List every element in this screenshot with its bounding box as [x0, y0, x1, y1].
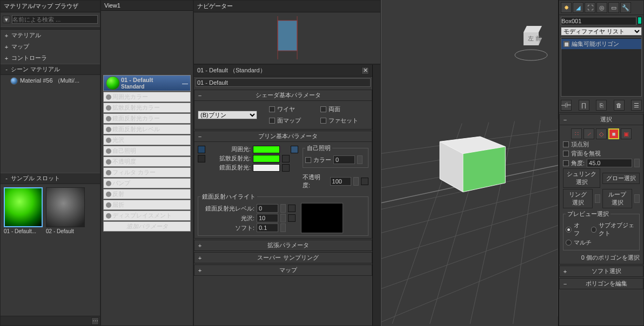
expand-icon[interactable]: ◼ — [564, 41, 569, 47]
preview-multi-radio[interactable]: マルチ — [566, 239, 637, 247]
view1-prop-row[interactable]: 鏡面反射光レベル — [103, 124, 191, 134]
expand-icon[interactable]: + — [4, 44, 9, 50]
material-56[interactable]: Material #56 （Multi/... — [1, 75, 100, 86]
viewcube[interactable]: 左前 — [509, 22, 553, 65]
make-unique-icon[interactable]: ⎘ — [596, 100, 607, 111]
faceted-check[interactable]: ファセット — [320, 117, 368, 125]
expand-icon[interactable]: + — [4, 32, 9, 39]
view1-prop-row[interactable]: 自己照明 — [103, 146, 191, 156]
ambient-map[interactable] — [291, 146, 298, 153]
sample-slot-1[interactable] — [4, 187, 43, 227]
view1-prop-row[interactable]: 拡散反射光カラー — [103, 103, 191, 113]
modifier-list[interactable]: モディファイヤ リスト — [561, 27, 642, 36]
hierarchy-tab-icon[interactable]: ⛶ — [585, 2, 595, 13]
browser-search[interactable] — [12, 15, 98, 24]
self-illum-color-check[interactable]: カラー 0 — [305, 155, 366, 164]
tree-maps[interactable]: +マップ — [1, 41, 100, 52]
view1-material-node[interactable]: 01 - DefaultStandard — — [103, 75, 191, 91]
ignore-backfacing-check[interactable]: 背面を無視 — [563, 150, 640, 158]
view1-prop-row[interactable]: 反射 — [103, 189, 191, 199]
soft-value[interactable]: 0.1 — [257, 223, 278, 232]
ring-button[interactable]: リング選択 — [563, 189, 593, 208]
ambient-color[interactable] — [253, 146, 280, 153]
specular-color[interactable] — [253, 164, 280, 172]
view1-prop-row[interactable]: 屈折 — [103, 200, 191, 210]
display-tab-icon[interactable]: ▭ — [608, 2, 619, 13]
spinner[interactable] — [357, 155, 363, 164]
angle-value[interactable]: 45.0 — [587, 159, 632, 167]
self-illum-value[interactable]: 0 — [333, 155, 355, 164]
view1-prop-row[interactable]: 不透明度 — [103, 157, 191, 167]
view1-prop-row[interactable]: 鏡面反射光カラー — [103, 113, 191, 124]
subobj-vertex-icon[interactable]: ∷ — [571, 128, 582, 139]
diffuse-lock-icon[interactable] — [198, 155, 205, 162]
subobj-border-icon[interactable]: ◇ — [596, 128, 607, 139]
object-name-input[interactable] — [561, 17, 636, 25]
tree-controllers[interactable]: +コントローラ — [1, 52, 100, 64]
opacity-value[interactable]: 100 — [330, 177, 352, 186]
subobj-edge-icon[interactable]: ⟋ — [583, 128, 594, 139]
create-tab-icon[interactable]: ✸ — [561, 2, 572, 13]
configure-icon[interactable]: ☰ — [631, 100, 642, 111]
view1-prop-row[interactable]: 周囲光カラー — [103, 92, 191, 102]
expand-icon[interactable]: + — [4, 55, 9, 62]
minus-icon[interactable]: — — [182, 80, 188, 86]
subobj-element-icon[interactable]: ▣ — [621, 128, 632, 139]
by-angle-check[interactable]: 角度: 45.0 — [563, 159, 640, 167]
diffuse-map[interactable] — [282, 155, 290, 162]
gloss-map[interactable] — [288, 214, 296, 222]
viewport-cube-object[interactable] — [427, 121, 513, 197]
show-end-icon[interactable]: ∏ — [579, 100, 589, 111]
utilities-tab-icon[interactable]: 🔧 — [620, 2, 631, 13]
stack-item-edit-poly[interactable]: ◼ 編集可能ポリゴン — [561, 39, 641, 49]
svg-line-8 — [381, 249, 558, 322]
rollout-maps[interactable]: +マップ — [194, 264, 372, 276]
wire-check[interactable]: ワイヤ — [269, 105, 317, 113]
navigator-thumbnail[interactable] — [271, 16, 304, 59]
motion-tab-icon[interactable]: ◎ — [596, 2, 607, 13]
sample-slot-2[interactable] — [46, 187, 85, 227]
rollout-edit-polygons[interactable]: −ポリゴンを編集 — [559, 278, 643, 289]
pin-stack-icon[interactable]: ⊣⊢ — [561, 100, 572, 111]
rollout-blinn-basic[interactable]: −ブリン基本パラメータ — [194, 131, 372, 142]
object-color[interactable] — [638, 17, 642, 24]
spec-level-map[interactable] — [288, 205, 296, 212]
tree-materials[interactable]: +マテリアル — [1, 30, 100, 41]
scrollbar[interactable] — [372, 65, 380, 325]
close-icon[interactable]: ✕ — [361, 67, 369, 74]
view1-extra-params[interactable]: 追加パラメータ — [103, 221, 191, 232]
browser-options-icon[interactable]: ⋯ — [91, 317, 99, 325]
diffuse-color[interactable] — [253, 155, 280, 162]
spinner[interactable] — [353, 177, 359, 186]
material-name-input[interactable] — [196, 78, 371, 87]
rollout-supersampling[interactable]: +スーパー サンプリング — [194, 252, 372, 263]
sample-slots-head[interactable]: - サンプル スロット — [1, 173, 100, 184]
grow-button[interactable]: グロー選択 — [602, 173, 640, 184]
remove-mod-icon[interactable]: 🗑 — [614, 100, 625, 111]
rollout-shader-basic[interactable]: −シェーダ基本パラメータ — [194, 90, 372, 101]
opacity-map[interactable] — [361, 178, 368, 185]
rollout-extended[interactable]: +拡張パラメータ — [194, 240, 372, 251]
preview-off-radio[interactable]: オフサブオブジェクト — [566, 221, 637, 237]
gloss-value[interactable]: 10 — [257, 214, 278, 222]
face-map-check[interactable]: 面マップ — [269, 117, 317, 125]
modify-tab-icon[interactable]: ◢ — [573, 2, 583, 13]
rollout-selection[interactable]: −選択 — [559, 114, 643, 125]
rollout-soft-selection[interactable]: +ソフト選択 — [559, 266, 643, 277]
by-vertex-check[interactable]: 頂点別 — [563, 140, 640, 148]
chevron-down-icon[interactable]: ▾ — [3, 16, 10, 23]
specular-map[interactable] — [282, 164, 290, 172]
scene-materials-head[interactable]: - シーン マテリアル — [1, 64, 100, 75]
navigator-title: ナビゲーター — [194, 1, 380, 12]
two-sided-check[interactable]: 両面 — [320, 105, 368, 113]
view1-prop-row[interactable]: フィルタ カラー — [103, 167, 191, 178]
subobj-polygon-icon[interactable]: ■ — [608, 128, 619, 139]
ambient-lock-icon[interactable] — [198, 146, 205, 153]
view1-prop-row[interactable]: 光沢 — [103, 135, 191, 145]
view1-prop-row[interactable]: ディスプレイスメント — [103, 210, 191, 221]
shrink-button[interactable]: シュリンク選択 — [563, 168, 600, 188]
loop-button[interactable]: ループ選択 — [602, 189, 632, 208]
view1-prop-row[interactable]: バンプ — [103, 178, 191, 188]
shader-select[interactable]: (B)ブリン — [198, 111, 257, 119]
spec-level[interactable]: 0 — [257, 204, 278, 213]
